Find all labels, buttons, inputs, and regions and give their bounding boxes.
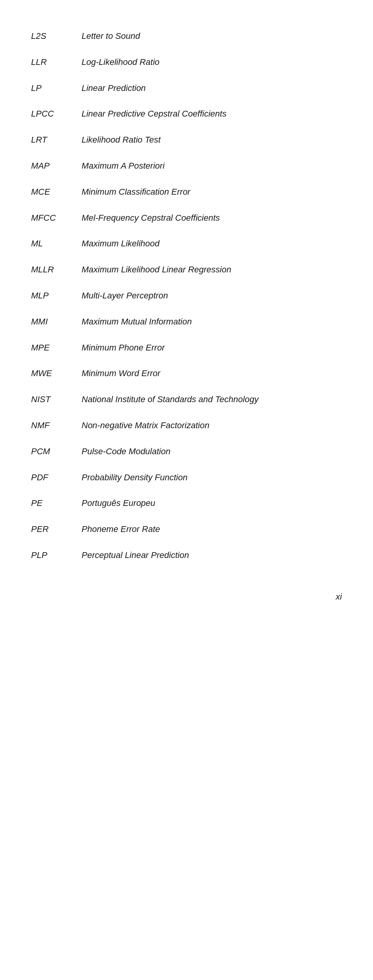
acronym-abbr: MCE [31,179,82,205]
acronym-definition: Pulse-Code Modulation [82,439,342,465]
acronym-definition: Multi-Layer Perceptron [82,283,342,309]
acronym-definition: Log-Likelihood Ratio [82,49,342,75]
acronym-definition: Likelihood Ratio Test [82,127,342,153]
acronym-definition: Mel-Frequency Cepstral Coefficients [82,205,342,231]
list-item: PEPortuguês Europeu [31,490,342,516]
acronym-abbr: MLP [31,283,82,309]
acronym-definition: Maximum Likelihood Linear Regression [82,257,342,283]
list-item: MPEMinimum Phone Error [31,335,342,361]
acronym-abbr: PLP [31,542,82,568]
acronym-definition: Probability Density Function [82,465,342,491]
acronym-definition: Minimum Phone Error [82,335,342,361]
list-item: MMIMaximum Mutual Information [31,309,342,335]
acronym-abbr: PE [31,490,82,516]
list-item: LRTLikelihood Ratio Test [31,127,342,153]
list-item: PERPhoneme Error Rate [31,516,342,542]
acronym-abbr: LP [31,75,82,101]
acronym-definition: Linear Predictive Cepstral Coefficients [82,101,342,127]
acronym-definition: Minimum Classification Error [82,179,342,205]
list-item: L2SLetter to Sound [31,23,342,49]
acronym-definition: Minimum Word Error [82,361,342,387]
acronym-abbr: MMI [31,309,82,335]
acronym-abbr: LRT [31,127,82,153]
list-item: LPLinear Prediction [31,75,342,101]
acronym-abbr: MLLR [31,257,82,283]
list-item: LLRLog-Likelihood Ratio [31,49,342,75]
list-item: MLLRMaximum Likelihood Linear Regression [31,257,342,283]
list-item: MAPMaximum A Posteriori [31,153,342,179]
acronym-table: L2SLetter to SoundLLRLog-Likelihood Rati… [31,23,342,568]
acronym-definition: Maximum Mutual Information [82,309,342,335]
acronym-definition: Letter to Sound [82,23,342,49]
acronym-definition: Linear Prediction [82,75,342,101]
list-item: PCMPulse-Code Modulation [31,439,342,465]
acronym-definition: Non-negative Matrix Factorization [82,413,342,439]
acronym-abbr: MPE [31,335,82,361]
acronym-abbr: LLR [31,49,82,75]
acronym-definition: National Institute of Standards and Tech… [82,387,342,413]
acronym-definition: Phoneme Error Rate [82,516,342,542]
acronym-abbr: NIST [31,387,82,413]
list-item: MCEMinimum Classification Error [31,179,342,205]
acronym-abbr: L2S [31,23,82,49]
acronym-definition: Perceptual Linear Prediction [82,542,342,568]
list-item: NMFNon-negative Matrix Factorization [31,413,342,439]
list-item: MFCCMel-Frequency Cepstral Coefficients [31,205,342,231]
acronym-abbr: LPCC [31,101,82,127]
page-number: xi [31,592,342,602]
acronym-abbr: PDF [31,465,82,491]
list-item: PLPPerceptual Linear Prediction [31,542,342,568]
acronym-abbr: MWE [31,361,82,387]
acronym-definition: Português Europeu [82,490,342,516]
acronym-abbr: NMF [31,413,82,439]
list-item: MWEMinimum Word Error [31,361,342,387]
list-item: PDFProbability Density Function [31,465,342,491]
list-item: MLPMulti-Layer Perceptron [31,283,342,309]
acronym-definition: Maximum Likelihood [82,231,342,257]
acronym-abbr: MFCC [31,205,82,231]
list-item: NISTNational Institute of Standards and … [31,387,342,413]
acronym-abbr: ML [31,231,82,257]
acronym-abbr: MAP [31,153,82,179]
list-item: MLMaximum Likelihood [31,231,342,257]
acronym-definition: Maximum A Posteriori [82,153,342,179]
acronym-abbr: PCM [31,439,82,465]
acronym-abbr: PER [31,516,82,542]
list-item: LPCCLinear Predictive Cepstral Coefficie… [31,101,342,127]
